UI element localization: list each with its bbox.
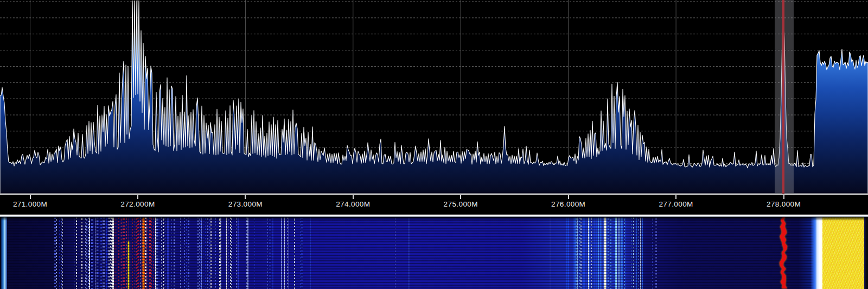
spectrum-plot [0, 0, 868, 194]
freq-label: 275.000M [423, 200, 499, 208]
frequency-axis: 271.000M272.000M273.000M274.000M275.000M… [0, 195, 868, 214]
freq-label: 278.000M [746, 200, 822, 208]
spectrum-panel[interactable] [0, 0, 868, 194]
tuned-frequency-line[interactable] [782, 0, 784, 194]
waterfall-panel[interactable] [0, 217, 868, 289]
freq-tick [460, 195, 461, 199]
freq-tick [675, 195, 676, 199]
freq-label: 272.000M [100, 200, 176, 208]
sdr-app-window: 271.000M272.000M273.000M274.000M275.000M… [0, 0, 868, 289]
freq-tick [783, 195, 784, 199]
freq-tick [353, 195, 354, 199]
freq-tick [568, 195, 569, 199]
freq-label: 273.000M [207, 200, 283, 208]
waterfall-top-fade [0, 217, 868, 289]
freq-tick [30, 195, 31, 199]
freq-label: 274.000M [315, 200, 391, 208]
freq-tick [245, 195, 246, 199]
freq-label: 271.000M [0, 200, 68, 208]
freq-label: 276.000M [531, 200, 607, 208]
fft-trace [0, 1, 868, 194]
freq-label: 277.000M [638, 200, 714, 208]
freq-tick [137, 195, 138, 199]
